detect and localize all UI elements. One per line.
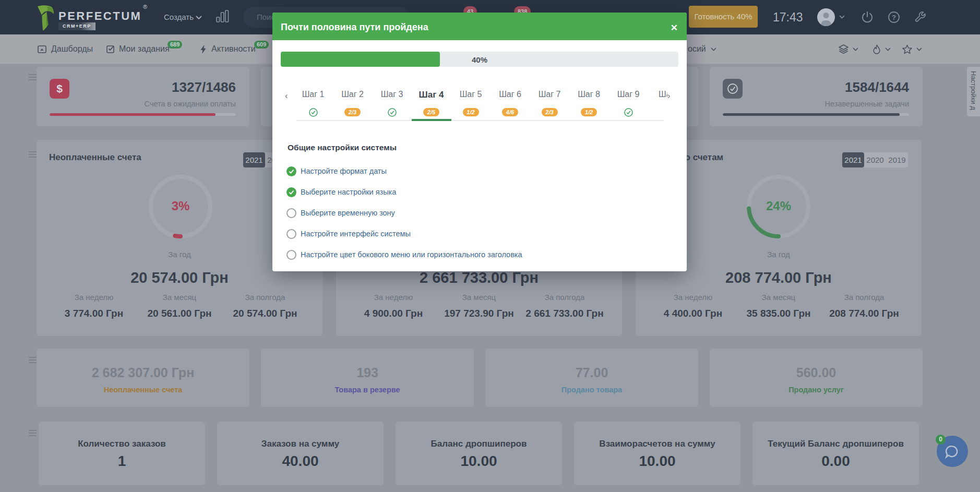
svg-text:?: ? [892,14,896,21]
